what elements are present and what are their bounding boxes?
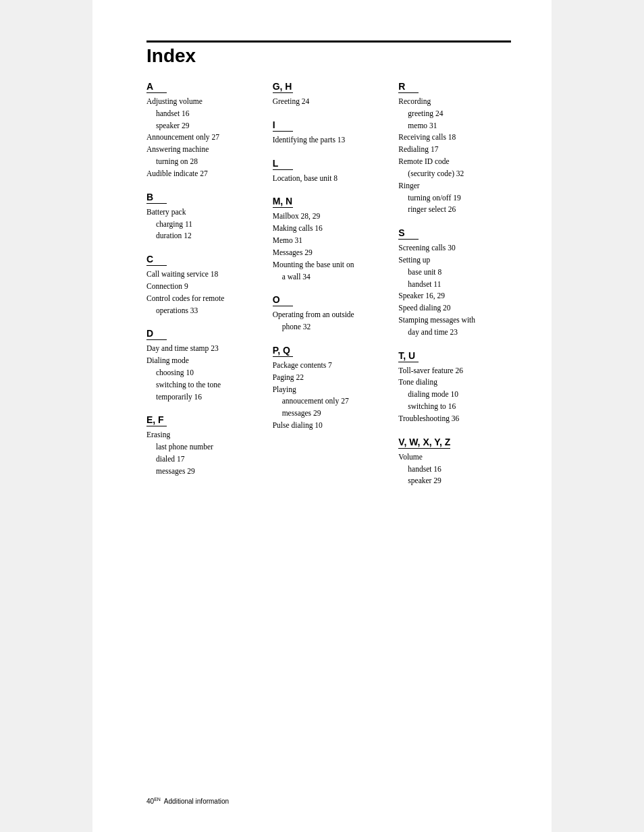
index-entry: Troubleshooting 36 bbox=[398, 413, 511, 425]
section-entries: Identifying the parts 13 bbox=[273, 134, 385, 146]
section-entries: Toll-saver feature 26Tone dialingdialing… bbox=[398, 365, 511, 425]
index-entry: Tone dialing bbox=[398, 377, 511, 389]
section-entries: Package contents 7Paging 22Playingannouc… bbox=[273, 360, 385, 432]
section-letter: V, W, X, Y, Z bbox=[398, 437, 450, 449]
index-entry: Adjusting volume bbox=[146, 96, 259, 108]
column-2: G, HGreeting 24IIdentifying the parts 13… bbox=[273, 80, 385, 498]
section-entries: Battery packcharging 11duration 12 bbox=[146, 206, 259, 242]
index-entry: Pulse dialing 10 bbox=[273, 420, 385, 432]
index-entry: Toll-saver feature 26 bbox=[398, 365, 511, 377]
index-entry: Redialing 17 bbox=[398, 144, 511, 156]
index-entry: (security code) 32 bbox=[398, 168, 511, 180]
index-entry: Greeting 24 bbox=[273, 96, 385, 108]
index-entry: speaker 29 bbox=[146, 120, 259, 132]
section-letter: L bbox=[273, 158, 293, 170]
page-footer: 40EN Additional information bbox=[146, 797, 229, 805]
index-entry: turning on 28 bbox=[146, 156, 259, 168]
index-entry: Playing bbox=[273, 384, 385, 396]
section-letter: G, H bbox=[273, 81, 293, 93]
index-entry: phone 32 bbox=[273, 321, 385, 333]
index-entry: turning on/off 19 bbox=[398, 192, 511, 204]
index-section: T, UToll-saver feature 26Tone dialingdia… bbox=[398, 350, 511, 425]
section-entries: Recordinggreeting 24memo 31Receiving cal… bbox=[398, 96, 511, 216]
index-entry: dialed 17 bbox=[146, 453, 259, 466]
section-letter: E, F bbox=[146, 414, 167, 426]
index-section: RRecordinggreeting 24memo 31Receiving ca… bbox=[398, 80, 511, 216]
index-entry: Mailbox 28, 29 bbox=[273, 211, 385, 223]
index-entry: Operating from an outside bbox=[273, 309, 385, 321]
section-entries: Volumehandset 16speaker 29 bbox=[398, 451, 511, 487]
index-entry: Erasing bbox=[146, 429, 259, 441]
index-entry: Audible indicate 27 bbox=[146, 168, 259, 180]
page-number: 40EN Additional information bbox=[146, 798, 229, 805]
index-section: CCall waiting service 18Connection 9Cont… bbox=[146, 253, 259, 316]
index-section: SScreening calls 30Setting upbase unit 8… bbox=[398, 227, 511, 339]
index-entry: Paging 22 bbox=[273, 372, 385, 384]
index-entry: handset 16 bbox=[398, 464, 511, 476]
index-section: E, FErasinglast phone numberdialed 17mes… bbox=[146, 414, 259, 477]
section-entries: Location, base unit 8 bbox=[273, 173, 385, 185]
index-entry: Dialing mode bbox=[146, 355, 259, 367]
index-section: LLocation, base unit 8 bbox=[273, 157, 385, 185]
index-entry: dialing mode 10 bbox=[398, 389, 511, 401]
section-letter: C bbox=[146, 254, 167, 266]
index-entry: Volume bbox=[398, 451, 511, 464]
page-title: Index bbox=[146, 45, 511, 67]
index-entry: Mounting the base unit on bbox=[273, 259, 385, 271]
index-entry: operations 33 bbox=[146, 305, 259, 317]
index-section: OOperating from an outsidephone 32 bbox=[273, 294, 385, 333]
index-section: G, HGreeting 24 bbox=[273, 80, 385, 108]
index-entry: duration 12 bbox=[146, 230, 259, 242]
index-entry: switching to 16 bbox=[398, 401, 511, 413]
index-entry: messages 29 bbox=[146, 466, 259, 478]
index-section: AAdjusting volumehandset 16speaker 29Ann… bbox=[146, 80, 259, 180]
index-entry: day and time 23 bbox=[398, 327, 511, 339]
index-entry: charging 11 bbox=[146, 219, 259, 231]
index-entry: Stamping messages with bbox=[398, 314, 511, 327]
index-entry: Location, base unit 8 bbox=[273, 173, 385, 185]
index-section: V, W, X, Y, ZVolumehandset 16speaker 29 bbox=[398, 436, 511, 487]
section-letter: S bbox=[398, 227, 419, 240]
section-entries: Day and time stamp 23Dialing modechoosin… bbox=[146, 343, 259, 403]
index-entry: Memo 31 bbox=[273, 235, 385, 247]
index-entry: Screening calls 30 bbox=[398, 242, 511, 254]
index-entry: Connection 9 bbox=[146, 281, 259, 293]
section-letter: B bbox=[146, 192, 167, 204]
index-entry: handset 16 bbox=[146, 108, 259, 120]
index-entry: a wall 34 bbox=[273, 271, 385, 283]
index-entry: messages 29 bbox=[273, 408, 385, 420]
index-section: DDay and time stamp 23Dialing modechoosi… bbox=[146, 327, 259, 403]
index-grid: AAdjusting volumehandset 16speaker 29Ann… bbox=[146, 80, 511, 498]
column-3: RRecordinggreeting 24memo 31Receiving ca… bbox=[398, 80, 511, 498]
index-entry: Recording bbox=[398, 96, 511, 108]
page: Index AAdjusting volumehandset 16speaker… bbox=[92, 0, 552, 832]
index-entry: memo 31 bbox=[398, 120, 511, 132]
index-entry: Call waiting service 18 bbox=[146, 269, 259, 281]
index-entry: Identifying the parts 13 bbox=[273, 134, 385, 146]
index-entry: Battery pack bbox=[146, 206, 259, 219]
index-entry: Day and time stamp 23 bbox=[146, 343, 259, 355]
section-letter: A bbox=[146, 81, 167, 93]
section-entries: Screening calls 30Setting upbase unit 8h… bbox=[398, 242, 511, 339]
column-1: AAdjusting volumehandset 16speaker 29Ann… bbox=[146, 80, 259, 498]
index-entry: Setting up bbox=[398, 254, 511, 267]
section-entries: Operating from an outsidephone 32 bbox=[273, 309, 385, 333]
index-entry: Speaker 16, 29 bbox=[398, 290, 511, 302]
section-letter: P, Q bbox=[273, 345, 293, 357]
section-letter: D bbox=[146, 328, 167, 340]
top-border bbox=[146, 40, 511, 43]
section-letter: M, N bbox=[273, 196, 293, 208]
section-letter: R bbox=[398, 81, 419, 93]
index-entry: choosing 10 bbox=[146, 367, 259, 379]
index-entry: Remote ID code bbox=[398, 156, 511, 168]
section-entries: Erasinglast phone numberdialed 17message… bbox=[146, 429, 259, 477]
index-entry: base unit 8 bbox=[398, 267, 511, 279]
index-entry: Messages 29 bbox=[273, 247, 385, 259]
section-letter: O bbox=[273, 294, 293, 306]
index-entry: Package contents 7 bbox=[273, 360, 385, 372]
index-entry: Announcement only 27 bbox=[146, 132, 259, 144]
section-entries: Greeting 24 bbox=[273, 96, 385, 108]
index-entry: Making calls 16 bbox=[273, 223, 385, 235]
index-entry: greeting 24 bbox=[398, 108, 511, 120]
index-section: P, QPackage contents 7Paging 22Playingan… bbox=[273, 344, 385, 432]
